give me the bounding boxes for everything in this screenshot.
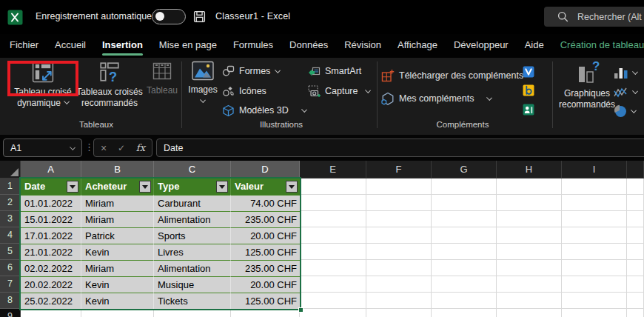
cell[interactable] [366,309,432,317]
cell[interactable] [300,195,366,211]
cell[interactable] [432,211,497,227]
tab-mise-en-page[interactable]: Mise en page [151,34,225,58]
cell[interactable] [562,211,627,227]
table-cell[interactable]: Miriam [81,260,154,276]
autosave-toggle[interactable] [152,9,186,24]
tab-aide[interactable]: Aide [517,34,552,58]
cell[interactable] [497,195,562,211]
row-header-1[interactable]: 1 [0,178,21,195]
visio-addin-button[interactable] [523,64,534,80]
fill-handle[interactable] [298,307,303,313]
row-header-8[interactable]: 8 [0,293,21,309]
column-header[interactable] [627,161,644,178]
table-cell[interactable]: Miriam [81,211,154,227]
cell[interactable] [300,211,366,227]
table-cell[interactable]: Tickets [154,293,231,309]
cell[interactable] [366,211,432,227]
table-header-valeur[interactable]: Valeur [231,178,300,195]
tab-d-veloppeur[interactable]: Développeur [446,34,517,58]
row-header-9[interactable]: 9 [0,309,21,317]
cell[interactable] [366,195,432,211]
column-header-C[interactable]: C [154,161,231,178]
row-header-7[interactable]: 7 [0,276,21,293]
cell[interactable] [562,276,627,293]
cell[interactable] [497,260,562,276]
cell[interactable] [562,195,627,211]
cell[interactable] [497,309,562,317]
cell[interactable] [627,178,644,195]
cell[interactable] [366,227,432,244]
tab-r-vision[interactable]: Révision [336,34,389,58]
column-header-G[interactable]: G [432,161,497,178]
cell[interactable] [366,293,432,309]
cell[interactable] [366,244,432,260]
cell[interactable] [627,227,644,244]
get-addins-button[interactable]: Télécharger des compléments [380,67,523,84]
row-header-2[interactable]: 2 [0,195,21,211]
search-box[interactable]: Rechercher (Alt [544,7,644,27]
table-cell[interactable]: 25.02.2022 [21,293,81,309]
table-cell[interactable]: 235.00 CHF [231,260,300,276]
cell[interactable] [627,211,644,227]
cell[interactable] [366,260,432,276]
cell[interactable] [21,309,81,317]
tab-donn-es[interactable]: Données [281,34,336,58]
cell[interactable] [497,227,562,244]
images-button[interactable]: Images [186,61,220,102]
row-header-3[interactable]: 3 [0,211,21,227]
column-header-E[interactable]: E [300,161,366,178]
table-cell[interactable]: Livres [154,244,231,260]
cell[interactable] [432,293,497,309]
cell[interactable] [366,276,432,293]
icons-button[interactable]: Icônes [222,83,266,99]
cell[interactable] [497,178,562,195]
cell[interactable] [627,293,644,309]
column-header-B[interactable]: B [81,161,154,178]
table-cell[interactable]: Carburant [154,195,231,211]
select-all-corner[interactable] [0,161,21,178]
cell[interactable] [627,260,644,276]
filter-button[interactable] [139,181,151,193]
cell[interactable] [562,260,627,276]
tab-cr-ation-de-tableau[interactable]: Création de tableau [552,34,644,58]
my-addins-button[interactable]: Mes compléments [380,90,492,107]
table-cell[interactable]: Alimentation [154,211,231,227]
table-cell[interactable]: 17.01.2022 [21,227,81,244]
table-cell[interactable]: 21.01.2022 [21,244,81,260]
cell[interactable] [627,244,644,260]
table-cell[interactable]: 20.00 CHF [231,227,300,244]
cell[interactable] [432,195,497,211]
cell[interactable] [432,227,497,244]
cell[interactable] [562,227,627,244]
cell[interactable] [300,244,366,260]
table-cell[interactable]: Kevin [81,293,154,309]
column-header-I[interactable]: I [562,161,627,178]
table-cell[interactable]: Musique [154,276,231,293]
recommended-charts-button[interactable]: ? Graphiques recommandés [554,61,620,110]
table-cell[interactable]: Patrick [81,227,154,244]
bing-maps-addin-button[interactable] [523,82,534,99]
table-cell[interactable]: Alimentation [154,260,231,276]
filter-button[interactable] [67,181,78,193]
table-cell[interactable]: 74.00 CHF [231,195,300,211]
table-header-type[interactable]: Type [154,178,231,195]
formula-input[interactable]: Date [156,139,644,157]
line-chart-button[interactable] [614,84,637,100]
cell[interactable] [432,260,497,276]
tab-insertion[interactable]: Insertion [94,34,151,58]
row-header-6[interactable]: 6 [0,260,21,276]
screenshot-button[interactable]: Capture [308,83,370,99]
cell[interactable] [497,244,562,260]
cell[interactable] [432,178,497,195]
people-graph-addin-button[interactable] [523,101,534,118]
table-cell[interactable]: 125.00 CHF [231,244,300,260]
tab-fichier[interactable]: Fichier [1,34,47,58]
table-header-date[interactable]: Date [21,178,81,195]
row-header-5[interactable]: 5 [0,244,21,260]
table-cell[interactable]: 235.00 CHF [231,211,300,227]
cell[interactable] [81,309,154,317]
filter-button[interactable] [286,181,298,193]
cell[interactable] [231,309,300,317]
cell[interactable] [497,211,562,227]
table-cell[interactable]: Sports [154,227,231,244]
